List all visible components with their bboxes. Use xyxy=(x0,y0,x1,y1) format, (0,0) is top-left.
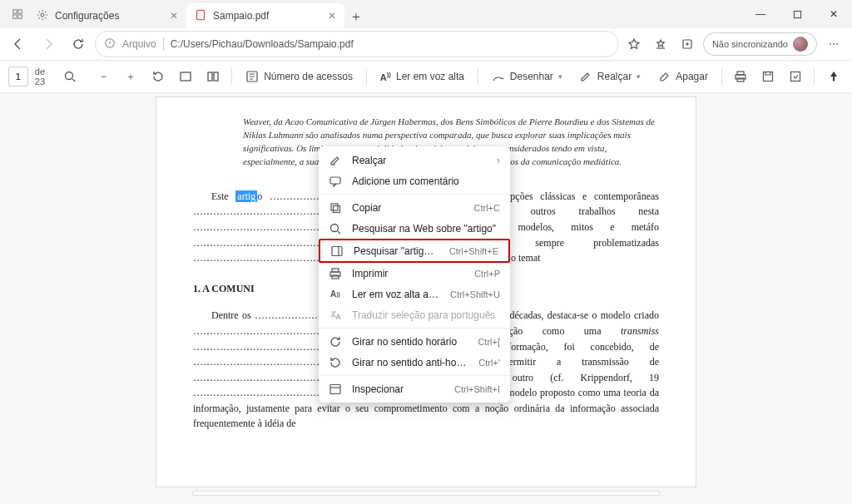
svg-rect-2 xyxy=(13,15,17,18)
page-number-input[interactable]: 1 xyxy=(8,67,28,86)
svg-point-9 xyxy=(65,72,72,80)
favorites-icon[interactable] xyxy=(622,32,646,57)
chevron-right-icon: › xyxy=(497,155,500,166)
draw-button[interactable]: Desenhar▾ xyxy=(487,66,567,87)
sync-label: Não sincronizando xyxy=(712,39,788,49)
pdf-icon xyxy=(195,9,206,23)
url-field[interactable]: Arquivo C:/Users/Pichau/Downloads/Sampai… xyxy=(95,31,618,57)
svg-rect-19 xyxy=(330,177,340,184)
print-icon xyxy=(329,267,342,280)
ctx-translate: Traduzir seleção para português xyxy=(319,304,510,325)
svg-rect-0 xyxy=(13,10,17,13)
ctx-copy[interactable]: CopiarCtrl+C xyxy=(319,197,510,218)
svg-rect-10 xyxy=(181,72,191,81)
highlight-button[interactable]: Realçar▾ xyxy=(574,66,646,87)
pdf-toolbar: 1 de 23 − ＋ Número de acessos A))Ler em … xyxy=(0,61,852,93)
comment-icon xyxy=(329,175,342,188)
url-prefix: Arquivo xyxy=(122,38,156,50)
access-count-button[interactable]: Número de acessos xyxy=(240,66,358,87)
selection-highlight: artig xyxy=(235,190,257,202)
svg-rect-21 xyxy=(334,205,340,212)
print-button[interactable] xyxy=(731,64,751,89)
svg-rect-1 xyxy=(18,10,22,13)
svg-rect-11 xyxy=(208,72,212,81)
highlight-label: Realçar xyxy=(597,71,632,82)
svg-rect-17 xyxy=(764,72,773,82)
gear-icon xyxy=(37,9,48,23)
zoom-out-button[interactable]: − xyxy=(93,64,114,89)
ctx-print[interactable]: ImprimirCtrl+P xyxy=(319,263,510,284)
sync-button[interactable]: Não sincronizando xyxy=(703,32,817,56)
ctx-highlight[interactable]: Realçar› xyxy=(319,150,510,170)
translate-icon xyxy=(329,309,342,322)
new-tab-button[interactable]: ＋ xyxy=(344,5,368,28)
svg-rect-16 xyxy=(737,78,744,82)
tab-actions-icon[interactable] xyxy=(12,8,23,20)
erase-button[interactable]: Apagar xyxy=(652,66,713,87)
ctx-read-aloud-from-here[interactable]: A))Ler em voz alta a partir daquiCtrl+Sh… xyxy=(319,284,510,304)
ctx-search-sidebar[interactable]: Pesquisar "artigo" na barra lateralCtrl+… xyxy=(319,239,510,263)
rotate-ccw-icon xyxy=(329,356,342,369)
window-close-button[interactable]: ✕ xyxy=(815,2,852,27)
access-label: Número de acessos xyxy=(264,71,353,82)
close-icon[interactable]: ✕ xyxy=(170,10,178,22)
svg-point-4 xyxy=(41,13,44,17)
copy-icon xyxy=(329,201,342,215)
tab-strip: Configurações ✕ Sampaio.pdf ✕ ＋ — ✕ xyxy=(0,0,852,28)
ctx-inspect[interactable]: InspecionarCtrl+Shift+I xyxy=(319,378,510,399)
svg-rect-6 xyxy=(794,11,800,17)
more-button[interactable]: ⋯ xyxy=(820,32,847,57)
fit-page-button[interactable] xyxy=(176,64,196,89)
highlight-icon xyxy=(329,154,342,167)
window-minimize-button[interactable]: — xyxy=(742,2,779,27)
svg-rect-23 xyxy=(332,246,342,255)
read-aloud-icon: A)) xyxy=(329,288,342,301)
search-icon xyxy=(329,222,342,235)
back-button[interactable] xyxy=(5,32,32,57)
tab-label: Sampaio.pdf xyxy=(213,10,269,22)
svg-rect-18 xyxy=(790,72,800,82)
refresh-button[interactable] xyxy=(65,32,92,57)
save-button[interactable] xyxy=(758,64,779,89)
read-aloud-button[interactable]: A))Ler em voz alta xyxy=(375,66,469,87)
svg-rect-24 xyxy=(332,269,339,272)
svg-point-22 xyxy=(331,224,339,231)
ctx-add-comment[interactable]: Adicione um comentário xyxy=(319,170,510,191)
read-label: Ler em voz alta xyxy=(396,71,464,82)
save-as-button[interactable] xyxy=(785,64,805,89)
window-maximize-button[interactable] xyxy=(779,2,815,27)
page-total: de 23 xyxy=(35,67,52,86)
erase-label: Apagar xyxy=(676,71,708,82)
svg-rect-12 xyxy=(214,72,218,81)
svg-rect-27 xyxy=(330,384,340,393)
favorites-bar-icon[interactable] xyxy=(648,32,673,57)
draw-label: Desenhar xyxy=(510,71,553,82)
rotate-cw-icon xyxy=(329,335,342,348)
tab-sampaio-pdf[interactable]: Sampaio.pdf ✕ xyxy=(186,3,344,28)
find-icon[interactable] xyxy=(59,64,80,89)
close-icon[interactable]: ✕ xyxy=(328,10,336,22)
pin-toolbar-button[interactable] xyxy=(823,64,844,89)
svg-rect-5 xyxy=(197,10,205,19)
url-path: C:/Users/Pichau/Downloads/Sampaio.pdf xyxy=(171,38,354,50)
inspect-icon xyxy=(329,383,342,396)
ctx-rotate-ccw[interactable]: Girar no sentido anti-horárioCtrl+' xyxy=(319,352,510,373)
svg-rect-3 xyxy=(18,15,22,18)
ctx-rotate-cw[interactable]: Girar no sentido horárioCtrl+[ xyxy=(319,331,510,352)
collections-icon[interactable] xyxy=(675,32,700,57)
ctx-search-web[interactable]: Pesquisar na Web sobre "artigo" xyxy=(319,218,510,239)
context-menu: Realçar› Adicione um comentário CopiarCt… xyxy=(319,146,510,403)
svg-rect-20 xyxy=(331,204,338,210)
address-bar: Arquivo C:/Users/Pichau/Downloads/Sampai… xyxy=(0,28,852,61)
avatar xyxy=(793,37,808,52)
sidebar-search-icon xyxy=(330,245,344,258)
page-view-button[interactable] xyxy=(203,64,224,89)
forward-button[interactable] xyxy=(35,32,62,57)
file-icon xyxy=(104,37,116,52)
tab-configuracoes[interactable]: Configurações ✕ xyxy=(28,3,186,28)
rotate-button[interactable] xyxy=(148,64,169,89)
tab-label: Configurações xyxy=(55,10,119,22)
pdf-page xyxy=(192,491,660,496)
zoom-in-button[interactable]: ＋ xyxy=(121,64,141,89)
